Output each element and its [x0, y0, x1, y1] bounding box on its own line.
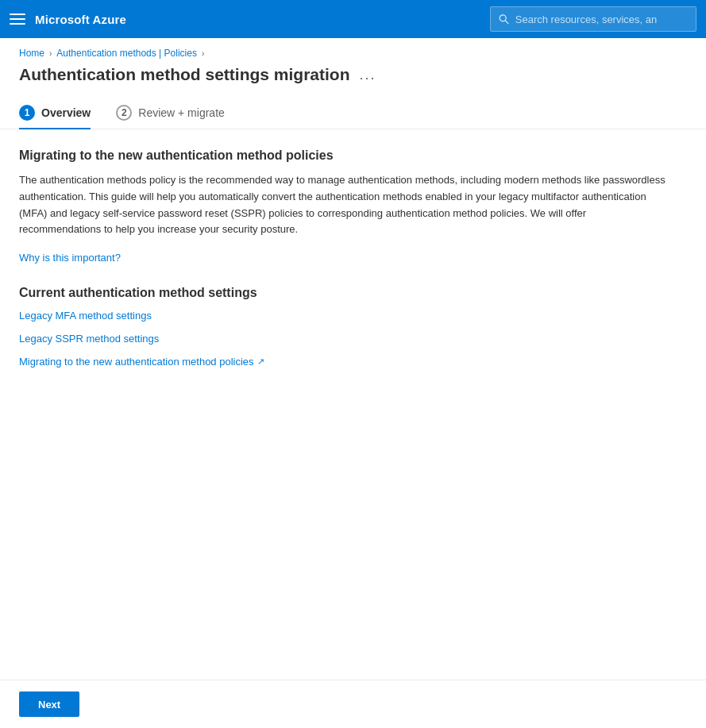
- external-link-icon: ↗: [257, 356, 264, 367]
- main-body: Migrating to the new authentication meth…: [0, 129, 706, 680]
- breadcrumb-chevron-1: ›: [49, 49, 52, 58]
- tab-review-label: Review + migrate: [138, 106, 225, 119]
- top-nav: Microsoft Azure: [0, 0, 706, 38]
- page-content: Home › Authentication methods | Policies…: [0, 38, 706, 680]
- breadcrumb-parent[interactable]: Authentication methods | Policies: [56, 48, 197, 59]
- search-icon: [499, 13, 509, 25]
- tabs-container: 1 Overview 2 Review + migrate: [0, 97, 706, 129]
- footer: Next: [0, 680, 706, 728]
- page-title-area: Authentication method settings migration…: [0, 59, 706, 97]
- breadcrumb: Home › Authentication methods | Policies…: [0, 38, 706, 59]
- breadcrumb-home[interactable]: Home: [19, 48, 44, 59]
- azure-logo: Microsoft Azure: [35, 13, 126, 26]
- legacy-sspr-link[interactable]: Legacy SSPR method settings: [19, 333, 687, 345]
- current-section-heading: Current authentication method settings: [19, 286, 687, 300]
- legacy-mfa-link[interactable]: Legacy MFA method settings: [19, 310, 687, 322]
- tab-review-migrate[interactable]: 2 Review + migrate: [116, 97, 225, 129]
- tab-review-circle: 2: [116, 105, 132, 121]
- migrate-new-policy-link[interactable]: Migrating to the new authentication meth…: [19, 356, 687, 368]
- why-important-link[interactable]: Why is this important?: [19, 252, 121, 264]
- overview-description: The authentication methods policy is the…: [19, 172, 670, 238]
- page-title: Authentication method settings migration: [19, 65, 350, 84]
- tab-overview-circle: 1: [19, 105, 35, 121]
- more-options-icon[interactable]: ...: [360, 67, 376, 83]
- search-bar[interactable]: [490, 6, 696, 32]
- tab-overview[interactable]: 1 Overview: [19, 97, 91, 129]
- tab-overview-label: Overview: [41, 106, 91, 119]
- search-input[interactable]: [515, 13, 688, 25]
- hamburger-menu-icon[interactable]: [10, 11, 25, 27]
- breadcrumb-chevron-2: ›: [202, 49, 204, 58]
- overview-heading: Migrating to the new authentication meth…: [19, 148, 687, 163]
- link-list: Legacy MFA method settings Legacy SSPR m…: [19, 310, 687, 368]
- current-auth-section: Current authentication method settings L…: [19, 286, 687, 368]
- next-button[interactable]: Next: [19, 691, 79, 717]
- svg-line-1: [505, 21, 508, 24]
- migrate-link-label: Migrating to the new authentication meth…: [19, 356, 254, 368]
